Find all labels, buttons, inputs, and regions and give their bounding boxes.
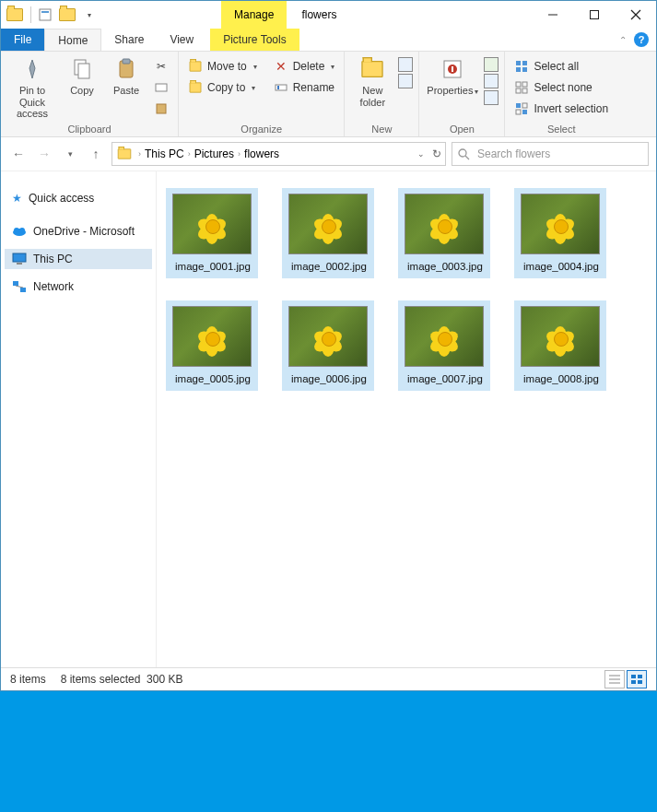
svg-line-4: [631, 10, 640, 19]
delete-button[interactable]: ✕ Delete▾: [270, 57, 339, 76]
breadcrumb-pictures[interactable]: Pictures›: [194, 147, 241, 160]
tab-file[interactable]: File: [1, 29, 44, 51]
scissors-icon: ✂: [154, 60, 169, 73]
thumbnails-view-button[interactable]: [627, 670, 647, 688]
copy-path-icon: [154, 81, 169, 94]
svg-rect-19: [522, 61, 527, 65]
svg-rect-8: [78, 64, 89, 78]
ribbon: Pin to Quick access Copy Paste ✂ Clipboa…: [1, 52, 656, 137]
file-thumbnail: [288, 194, 368, 254]
file-item[interactable]: image_0002.jpg: [282, 188, 374, 278]
refresh-button[interactable]: ↻: [432, 147, 441, 160]
tab-view[interactable]: View: [157, 29, 206, 51]
easy-access-button[interactable]: [398, 74, 413, 88]
qat-properties-icon[interactable]: [35, 5, 55, 25]
search-box[interactable]: [452, 142, 649, 166]
file-item[interactable]: image_0003.jpg: [398, 188, 490, 278]
svg-rect-11: [156, 84, 167, 91]
svg-line-39: [16, 286, 23, 288]
file-item[interactable]: image_0001.jpg: [166, 188, 258, 278]
invert-selection-button[interactable]: Invert selection: [510, 100, 612, 118]
ribbon-group-clipboard: Pin to Quick access Copy Paste ✂ Clipboa…: [1, 52, 179, 136]
svg-rect-21: [522, 67, 527, 72]
svg-point-33: [14, 228, 19, 233]
open-button[interactable]: [484, 57, 499, 72]
breadcrumb-this-pc[interactable]: This PC›: [145, 147, 191, 160]
app-icon[interactable]: [5, 5, 25, 25]
ribbon-collapse-icon[interactable]: ⌃: [619, 35, 627, 45]
address-bar[interactable]: › This PC› Pictures› flowers ⌄ ↻: [111, 142, 446, 166]
search-icon: [458, 148, 470, 160]
history-button[interactable]: [484, 90, 499, 105]
svg-rect-13: [276, 85, 287, 90]
file-thumbnail: [405, 306, 484, 367]
search-input[interactable]: [475, 147, 642, 161]
file-item[interactable]: image_0007.jpg: [398, 300, 490, 391]
file-list[interactable]: image_0001.jpgimage_0002.jpgimage_0003.j…: [157, 171, 656, 667]
tab-share[interactable]: Share: [101, 29, 157, 51]
minimize-button[interactable]: [532, 1, 573, 29]
cut-button[interactable]: ✂: [150, 57, 172, 76]
edit-button[interactable]: [484, 74, 499, 88]
help-icon[interactable]: ?: [634, 32, 649, 47]
svg-point-34: [19, 228, 25, 233]
file-item[interactable]: image_0005.jpg: [166, 300, 258, 391]
ribbon-group-new: New folder New: [345, 52, 419, 136]
select-all-icon: [514, 60, 529, 73]
details-view-button[interactable]: [604, 670, 625, 688]
ribbon-group-open: Properties▾ Open: [419, 52, 505, 136]
file-item[interactable]: image_0004.jpg: [514, 188, 606, 278]
navigation-bar: ← → ▾ ↑ › This PC› Pictures› flowers ⌄ ↻: [1, 137, 656, 171]
close-button[interactable]: [615, 1, 656, 29]
copy-to-button[interactable]: Copy to▾: [184, 78, 261, 97]
organize-group-label: Organize: [184, 122, 338, 136]
move-to-icon: [188, 60, 203, 73]
monitor-icon: [12, 253, 27, 265]
breadcrumb-flowers[interactable]: flowers: [244, 147, 279, 160]
address-dropdown-icon[interactable]: ⌄: [417, 149, 425, 159]
file-thumbnail: [405, 194, 484, 254]
rename-button[interactable]: Rename: [270, 78, 339, 97]
status-bar: 8 items 8 items selected 300 KB: [1, 667, 656, 690]
svg-rect-25: [522, 88, 527, 93]
copy-path-button[interactable]: [150, 78, 172, 97]
tree-network[interactable]: Network: [5, 277, 152, 297]
paste-shortcut-button[interactable]: [150, 100, 172, 118]
tree-onedrive[interactable]: OneDrive - Microsoft: [5, 221, 152, 241]
tab-picture-tools[interactable]: Picture Tools: [210, 29, 299, 51]
copy-button[interactable]: Copy: [62, 53, 102, 96]
qat-customize[interactable]: ▾: [79, 5, 100, 25]
file-item[interactable]: image_0006.jpg: [282, 300, 374, 391]
pin-label: Pin to Quick access: [6, 85, 58, 120]
address-folder-icon: [118, 148, 131, 159]
pin-to-quick-access-button[interactable]: Pin to Quick access: [6, 53, 58, 120]
back-button[interactable]: ←: [8, 144, 29, 164]
contextual-tab-manage[interactable]: Manage: [221, 1, 287, 29]
file-item[interactable]: image_0008.jpg: [514, 300, 606, 391]
svg-point-30: [459, 149, 466, 157]
move-to-button[interactable]: Move to▾: [184, 57, 261, 76]
svg-rect-45: [631, 680, 636, 684]
tab-home[interactable]: Home: [44, 29, 101, 51]
recent-locations-button[interactable]: ▾: [60, 144, 80, 164]
select-all-button[interactable]: Select all: [510, 57, 612, 76]
file-thumbnail: [521, 194, 600, 254]
select-none-button[interactable]: Select none: [510, 78, 612, 97]
new-folder-button[interactable]: New folder: [350, 53, 394, 108]
new-folder-label: New folder: [350, 85, 394, 108]
svg-rect-37: [13, 281, 18, 286]
paste-button[interactable]: Paste: [106, 53, 147, 96]
explorer-window: ▾ Manage flowers File Home Share View Pi…: [0, 0, 657, 691]
properties-button[interactable]: Properties▾: [425, 53, 480, 97]
explorer-body: ★ Quick access OneDrive - Microsoft This…: [1, 171, 656, 667]
maximize-button[interactable]: [573, 1, 615, 29]
tree-this-pc[interactable]: This PC: [5, 249, 152, 269]
tree-quick-access[interactable]: ★ Quick access: [5, 188, 152, 208]
svg-rect-1: [41, 11, 49, 13]
up-button[interactable]: ↑: [86, 144, 106, 164]
qat-new-folder-icon[interactable]: [57, 5, 77, 25]
new-item-button[interactable]: [398, 57, 413, 72]
file-thumbnail: [521, 306, 600, 367]
svg-rect-28: [516, 110, 521, 114]
forward-button[interactable]: →: [34, 144, 54, 164]
